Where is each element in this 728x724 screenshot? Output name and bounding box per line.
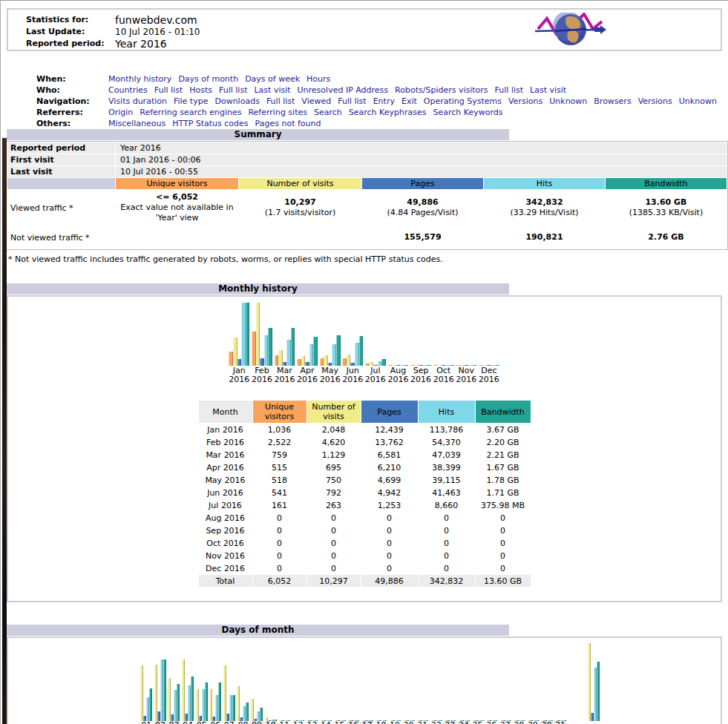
day-label-11: 11Jul [278,721,292,724]
menu-link-hours[interactable]: Hours [306,74,330,84]
day-label-13: 13Jul [305,721,319,724]
menu-link-full-list[interactable]: Full list [219,85,247,95]
viewed-pages-value: 49,886 [365,197,480,208]
not-viewed-traffic-label: Not viewed traffic * [7,226,115,249]
days-chart-bars [140,641,721,721]
menu-link-full-list[interactable]: Full list [338,96,366,106]
menu-link-visits-duration[interactable]: Visits duration [108,96,167,106]
unique-visitors-header: Unique visitors [116,178,238,189]
day-number-08: 08 [236,721,250,724]
cell-sep-2016-pages: 0 [361,524,418,536]
menu-link-referring-search-engines[interactable]: Referring search engines [140,108,241,117]
menu-link-last-visit[interactable]: Last visit [254,85,290,95]
cell-jun-2016-number-of-visits: 792 [307,487,361,498]
menu-link-full-list[interactable]: Full list [266,96,295,106]
day-label-08: 08Jul [236,721,250,724]
menu-link-browsers[interactable]: Browsers [594,96,631,106]
viewed-unique-note-2: 'Year' view [119,213,235,223]
menu-link-days-of-week[interactable]: Days of week [245,74,300,84]
day-label-23: 23Jul [443,721,457,724]
menu-link-downloads[interactable]: Downloads [214,96,259,106]
column-header-bandwidth: Bandwidth [476,401,531,423]
bar-bandwidth-06 [218,682,221,721]
monthly-history-table: MonthUniquevisitorsNumber ofvisitsPagesH… [198,400,531,588]
menu-link-search-keyphrases[interactable]: Search Keyphrases [349,108,427,117]
menu-link-full-list[interactable]: Full list [154,85,183,95]
cell-jan-2016-hits: 113,786 [419,424,475,435]
table-row: Unique visitors Number of visits Pages H… [7,178,727,189]
last-visit-row-value: 10 Jul 2016 - 00:55 [116,166,727,177]
table-row-total: Total6,05210,29749,886342,83213.60 GB [199,575,531,587]
menu-link-unknown[interactable]: Unknown [679,96,717,106]
menu-link-origin[interactable]: Origin [108,108,133,117]
menu-link-http-status-codes[interactable]: HTTP Status codes [172,119,248,128]
menu-link-versions[interactable]: Versions [638,96,672,106]
day-number-02: 02 [154,721,168,724]
day-label-02: 02Jul [154,721,168,724]
cell-may-2016-bandwidth: 1.78 GB [476,474,531,486]
column-header-pages: Pages [361,401,418,423]
menu-link-hosts[interactable]: Hosts [189,85,212,95]
page-left-texture [2,138,7,724]
cell-jul-2016-number-of-visits: 263 [307,499,361,511]
report-header: Statistics for: funwebdev.com Last Updat… [7,8,722,51]
table-row-aug-2016: Aug 201600000 [199,512,531,524]
menu-link-last-visit[interactable]: Last visit [530,85,566,95]
cell-jul-2016-pages: 1,253 [361,499,418,511]
menu-link-days-of-month[interactable]: Days of month [178,74,238,84]
bar-bandwidth-average [597,662,600,721]
menu-link-full-list[interactable]: Full list [495,85,523,95]
report-menu: When:Monthly historyDays of monthDays of… [36,73,728,129]
menu-link-viewed[interactable]: Viewed [301,96,331,106]
menu-link-monthly-history[interactable]: Monthly history [108,74,171,84]
table-row-jul-2016: Jul 20161612631,2538,660375.98 MB [199,499,531,511]
menu-label-navigation: Navigation: [36,96,108,107]
month-label-oct-2016: Oct2016 [432,366,455,384]
cell-mar-2016-number-of-visits: 1,129 [307,449,361,461]
menu-link-unresolved-ip-address[interactable]: Unresolved IP Address [298,85,389,95]
bar-number-of-visits-feb-2016 [256,303,260,366]
menu-link-countries[interactable]: Countries [108,85,148,95]
not-viewed-bandwidth-cell: 2.76 GB [606,226,727,249]
month-label-jul-2016: Jul2016 [364,366,387,384]
day-number-17: 17 [361,721,375,724]
menu-link-operating-systems[interactable]: Operating Systems [424,96,502,106]
menu-link-unknown[interactable]: Unknown [549,96,587,106]
day-label-07: 07Jul [223,721,237,724]
cell-mar-2016-pages: 6,581 [361,449,418,461]
menu-link-pages-not-found[interactable]: Pages not found [255,119,321,128]
day-number-04: 04 [181,721,195,724]
awstats-logo-icon [532,13,609,47]
menu-row-when: When:Monthly historyDays of monthDays of… [36,73,728,85]
month-label-nov-2016: Nov2016 [455,366,478,384]
menu-link-referring-sites[interactable]: Referring sites [248,108,307,117]
cell-apr-2016-bandwidth: 1.67 GB [476,461,531,473]
not-viewed-pages-value: 155,579 [365,232,480,243]
menu-link-file-type[interactable]: File type [174,96,208,106]
cell-feb-2016-hits: 54,370 [419,436,475,448]
viewed-traffic-label: Viewed traffic * [7,190,115,226]
not-viewed-hits-cell: 190,821 [484,226,605,249]
cell-jun-2016-bandwidth: 1.71 GB [476,487,531,498]
day-number-07: 07 [223,721,237,724]
menu-link-search[interactable]: Search [314,108,342,117]
day-number-18: 18 [374,721,388,724]
menu-link-search-keywords[interactable]: Search Keywords [433,108,502,117]
day-number-19: 19 [388,721,402,724]
month-group-apr-2016 [296,337,319,366]
cell-jan-2016-unique-visitors: 1,036 [253,424,306,435]
cell-may-2016-hits: 39,115 [419,474,475,486]
menu-link-robots-spiders-visitors[interactable]: Robots/Spiders visitors [395,85,488,95]
menu-link-miscellaneous[interactable]: Miscellaneous [108,119,165,128]
menu-link-versions[interactable]: Versions [508,96,542,106]
day-number-09: 09 [250,721,264,724]
menu-link-entry[interactable]: Entry [373,96,395,106]
menu-link-exit[interactable]: Exit [401,96,417,106]
table-row-jun-2016: Jun 20165417924,94241,4631.71 GB [199,487,531,498]
cell-jun-2016-month: Jun 2016 [199,487,252,498]
cell-feb-2016-unique-visitors: 2,522 [253,436,306,448]
cell-feb-2016-month: Feb 2016 [199,436,252,448]
cell-dec-2016-bandwidth: 0 [476,562,531,574]
cell-may-2016-pages: 4,699 [361,474,418,486]
day-label-15: 15Jul [332,721,347,724]
